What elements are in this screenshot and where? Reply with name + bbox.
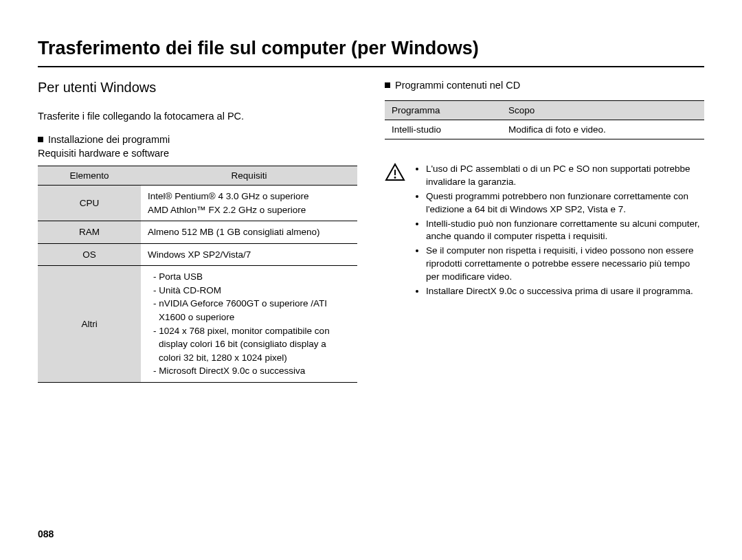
square-bullet-icon xyxy=(385,82,390,88)
list-item: - Porta USB xyxy=(153,270,350,284)
cell-altri-label: Altri xyxy=(38,266,141,383)
table-row: CPU Intel® Pentium® 4 3.0 GHz o superior… xyxy=(38,186,357,221)
list-item: Se il computer non rispetta i requisiti,… xyxy=(426,245,704,284)
cell-os-label: OS xyxy=(38,243,141,266)
right-column: Programmi contenuti nel CD Programma Sco… xyxy=(385,80,704,383)
warning-box: L'uso di PC assemblati o di un PC e SO n… xyxy=(385,163,704,300)
cell-os-value: Windows XP SP2/Vista/7 xyxy=(141,243,357,266)
th-requisiti: Requisiti xyxy=(141,166,357,186)
warning-triangle-icon xyxy=(385,163,405,182)
svg-point-2 xyxy=(394,177,396,179)
list-item: L'uso di PC assemblati o di un PC e SO n… xyxy=(426,163,704,189)
cell-cpu-value: Intel® Pentium® 4 3.0 GHz o superiore AM… xyxy=(141,186,357,221)
altri-list: - Porta USB - Unità CD-ROM - nVIDIA Gefo… xyxy=(148,270,350,378)
warning-icon-wrap xyxy=(385,163,407,300)
install-heading: Installazione dei programmi xyxy=(38,134,357,145)
th-programma: Programma xyxy=(385,101,502,120)
list-item: - 1024 x 768 pixel, monitor compatibile … xyxy=(153,324,350,365)
cell-cpu-label: CPU xyxy=(38,186,141,221)
table-row: OS Windows XP SP2/Vista/7 xyxy=(38,243,357,266)
list-item: - nVIDIA Geforce 7600GT o superiore /ATI… xyxy=(153,297,350,324)
section-subtitle: Per utenti Windows xyxy=(38,80,357,96)
th-elemento: Elemento xyxy=(38,166,141,186)
programs-table: Programma Scopo Intelli-studio Modifica … xyxy=(385,100,704,139)
table-row: RAM Almeno 512 MB (1 GB consigliati alme… xyxy=(38,221,357,244)
lead-text: Trasferite i file collegando la fotocame… xyxy=(38,111,357,122)
two-column-layout: Per utenti Windows Trasferite i file col… xyxy=(38,80,704,383)
table-row: Intelli-studio Modifica di foto e video. xyxy=(385,120,704,139)
cd-heading: Programmi contenuti nel CD xyxy=(385,80,704,91)
th-scopo: Scopo xyxy=(502,101,704,120)
cd-heading-text: Programmi contenuti nel CD xyxy=(395,80,520,91)
table-row: Altri - Porta USB - Unità CD-ROM - nVIDI… xyxy=(38,266,357,383)
cell-ram-label: RAM xyxy=(38,221,141,244)
list-item: Installare DirectX 9.0c o successiva pri… xyxy=(426,285,704,298)
cell-ram-value: Almeno 512 MB (1 GB consigliati almeno) xyxy=(141,221,357,244)
list-item: - Unità CD-ROM xyxy=(153,284,350,298)
requirements-table: Elemento Requisiti CPU Intel® Pentium® 4… xyxy=(38,166,357,383)
manual-page: Trasferimento dei file sul computer (per… xyxy=(0,0,742,560)
install-heading-text: Installazione dei programmi xyxy=(48,134,170,145)
list-item: - Microsoft DirectX 9.0c o successiva xyxy=(153,364,350,378)
cell-program: Intelli-studio xyxy=(385,120,502,139)
page-number: 088 xyxy=(38,528,54,539)
list-item: Intelli-studio può non funzionare corret… xyxy=(426,218,704,244)
left-column: Per utenti Windows Trasferite i file col… xyxy=(38,80,357,383)
install-subheading: Requisiti hardware e software xyxy=(38,148,357,159)
list-item: Questi programmi potrebbero non funziona… xyxy=(426,190,704,216)
page-title: Trasferimento dei file sul computer (per… xyxy=(38,38,704,67)
square-bullet-icon xyxy=(38,137,43,142)
warning-list: L'uso di PC assemblati o di un PC e SO n… xyxy=(416,163,704,300)
cell-altri-value: - Porta USB - Unità CD-ROM - nVIDIA Gefo… xyxy=(141,266,357,383)
cell-scope: Modifica di foto e video. xyxy=(502,120,704,139)
